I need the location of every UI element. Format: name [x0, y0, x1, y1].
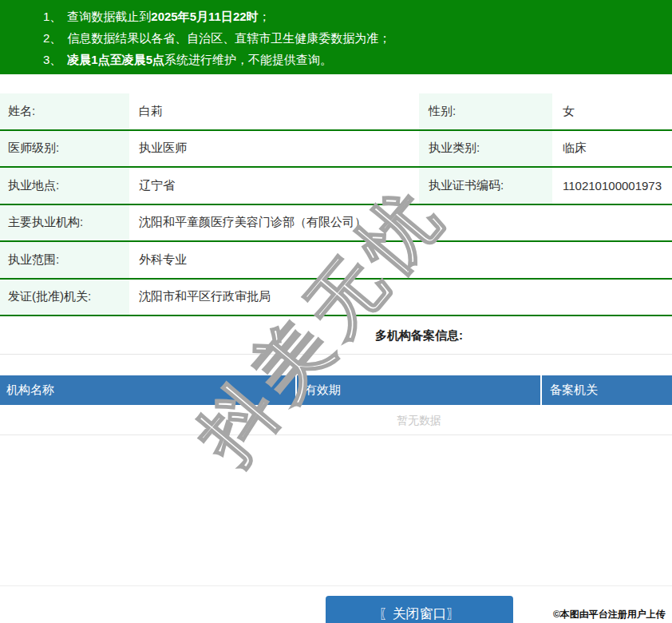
practice-location-value: 辽宁省	[129, 168, 419, 204]
notice-banner: 1、查询数据截止到2025年5月11日22时； 2、信息数据结果以各省、自治区、…	[0, 0, 672, 74]
main-org-value: 沈阳和平童颜医疗美容门诊部（有限公司）	[129, 205, 672, 241]
empty-data-text: 暂无数据	[0, 405, 672, 435]
info-row-level-category: 医师级别: 执业医师 执业类别: 临床	[0, 131, 672, 169]
close-window-button[interactable]: 〖关闭窗口〗	[326, 596, 513, 623]
column-header-validity: 有效期	[297, 375, 542, 405]
certificate-number-label: 执业证书编码:	[419, 168, 552, 204]
info-row-issuer: 发证(批准)机关: 沈阳市和平区行政审批局	[0, 280, 672, 317]
doctor-level-label: 医师级别:	[0, 131, 129, 167]
gender-value: 女	[552, 93, 672, 129]
info-row-name-gender: 姓名: 白莉 性别: 女	[0, 93, 672, 131]
certificate-number-value: 110210100001973	[552, 168, 672, 204]
column-header-org-name: 机构名称	[0, 375, 297, 405]
info-row-scope: 执业范围: 外科专业	[0, 242, 672, 280]
practice-scope-label: 执业范围:	[0, 242, 129, 278]
notice-text: 系统进行维护，不能提供查询。	[164, 53, 332, 66]
practice-scope-value: 外科专业	[129, 242, 672, 278]
practice-category-label: 执业类别:	[419, 131, 552, 167]
notice-line-1: 1、查询数据截止到2025年5月11日22时；	[43, 6, 672, 27]
name-value: 白莉	[129, 93, 419, 129]
notice-text-bold: 2025年5月11日22时	[151, 10, 258, 23]
notice-text: 查询数据截止到	[67, 10, 151, 23]
notice-line-number: 1、	[43, 10, 61, 23]
gender-label: 性别:	[419, 93, 552, 129]
multi-org-table-header: 机构名称 有效期 备案机关	[0, 375, 672, 405]
name-label: 姓名:	[0, 93, 129, 129]
multi-org-section-title: 多机构备案信息:	[0, 315, 672, 355]
column-header-filing-authority: 备案机关	[542, 375, 672, 405]
notice-text-bold: 凌晨1点至凌晨5点	[67, 53, 164, 66]
doctor-level-value: 执业医师	[129, 131, 419, 167]
notice-line-number: 2、	[43, 31, 61, 45]
notice-line-2: 2、信息数据结果以各省、自治区、直辖市卫生健康委数据为准；	[43, 27, 672, 49]
main-org-label: 主要执业机构:	[0, 205, 129, 241]
practice-location-label: 执业地点:	[0, 168, 129, 204]
copyright-note: ©本图由平台注册用户上传	[553, 608, 666, 621]
info-row-main-org: 主要执业机构: 沈阳和平童颜医疗美容门诊部（有限公司）	[0, 205, 672, 243]
notice-text: ；	[259, 10, 271, 23]
issuing-authority-value: 沈阳市和平区行政审批局	[129, 280, 672, 315]
practitioner-info-table: 姓名: 白莉 性别: 女 医师级别: 执业医师 执业类别: 临床 执业地点: 辽…	[0, 93, 672, 316]
practice-category-value: 临床	[552, 131, 672, 167]
notice-line-number: 3、	[43, 53, 61, 66]
footer-divider	[0, 585, 672, 586]
issuing-authority-label: 发证(批准)机关:	[0, 280, 129, 315]
notice-text: 信息数据结果以各省、自治区、直辖市卫生健康委数据为准；	[67, 31, 390, 45]
info-row-location-cert: 执业地点: 辽宁省 执业证书编码: 110210100001973	[0, 168, 672, 205]
notice-line-3: 3、凌晨1点至凌晨5点系统进行维护，不能提供查询。	[43, 49, 672, 70]
